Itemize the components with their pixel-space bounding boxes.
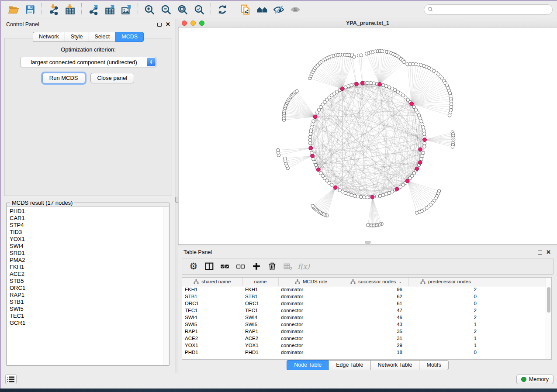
toolbar-separator [234, 3, 234, 16]
table-row[interactable]: SWI4SWI4dominator462 [182, 314, 546, 321]
mcds-result-item[interactable]: YOX1 [10, 236, 163, 243]
mcds-result-item[interactable]: RAP1 [10, 292, 163, 299]
toolbar-separator [42, 3, 42, 16]
open-file-icon[interactable] [6, 3, 21, 17]
table-row[interactable]: SWI5SWI5connector431 [182, 321, 546, 328]
tab-node-table[interactable]: Node Table [287, 360, 329, 370]
toolbar-separator [138, 3, 138, 16]
table-row[interactable]: RAP1RAP1dominator352 [182, 328, 546, 335]
mcds-result-item[interactable]: SWI5 [10, 306, 163, 313]
tab-style[interactable]: Style [65, 32, 89, 42]
import-table-icon[interactable] [62, 3, 77, 17]
mcds-result-item[interactable]: SRD1 [10, 250, 163, 257]
close-panel-button[interactable]: Close panel [90, 73, 135, 83]
table-toolbar: ⚙f(x) [182, 258, 554, 275]
canvas-splitter-handle[interactable] [365, 241, 371, 244]
export-table-icon[interactable] [102, 3, 117, 17]
close-panel-icon[interactable]: ✕ [166, 22, 170, 27]
mcds-tab-content: Optimization criterion: largest connecte… [4, 38, 172, 196]
network-window-titlebar[interactable]: YPA_prune.txt_1 [178, 19, 557, 28]
tab-select[interactable]: Select [89, 32, 116, 42]
mcds-result-item[interactable]: FKH1 [10, 264, 163, 271]
zoom-selected-icon[interactable] [192, 3, 207, 17]
mcds-result-item[interactable]: TEC1 [10, 313, 163, 320]
function-builder-icon: f(x) [296, 260, 311, 273]
refresh-layout-icon[interactable] [215, 3, 230, 17]
mcds-result-item[interactable]: TID3 [10, 229, 163, 236]
mcds-result-scrollbar[interactable] [163, 207, 169, 365]
float-panel-icon[interactable] [157, 23, 162, 27]
search-input[interactable] [436, 7, 549, 13]
column-header-filler [483, 278, 546, 286]
mcds-result-list[interactable]: PHD1CAR1STP4TID3YOX1SWI4SRD1PMA2FKH1ACE2… [7, 207, 163, 365]
export-image-icon[interactable] [119, 3, 134, 17]
mcds-result-item[interactable]: GCR1 [10, 320, 163, 327]
memory-button[interactable]: Memory [516, 375, 554, 384]
settings-gear-icon[interactable]: ⚙ [186, 260, 201, 273]
table-row[interactable]: YOX1YOX1connector291 [182, 342, 546, 349]
add-column-icon[interactable] [249, 260, 264, 273]
mcds-result-group: MCDS result (17 nodes) PHD1CAR1STP4TID3Y… [6, 203, 170, 366]
column-header-name[interactable]: name [242, 278, 278, 286]
table-row[interactable]: TEC1TEC1connector472 [182, 307, 546, 314]
float-table-panel-icon[interactable] [538, 251, 542, 254]
mcds-result-item[interactable]: CAR1 [10, 215, 163, 222]
toolbar-separator [211, 3, 211, 16]
search-box[interactable] [424, 4, 553, 15]
delete-column-icon[interactable] [264, 260, 280, 273]
select-all-checkboxes-icon[interactable] [217, 260, 233, 273]
run-mcds-button[interactable]: Run MCDS [42, 73, 85, 83]
show-all-icon [288, 3, 303, 17]
network-graph [179, 28, 557, 244]
mcds-result-item[interactable]: SWI4 [10, 243, 163, 250]
control-panel-title: Control Panel [6, 21, 39, 28]
zoom-fit-icon[interactable] [175, 3, 190, 17]
import-network-icon[interactable] [46, 3, 61, 17]
column-header-successor-nodes[interactable]: successor nodes⌄ [344, 278, 408, 286]
first-neighbors-icon[interactable] [255, 3, 270, 17]
table-scrollbar[interactable] [546, 278, 551, 359]
tab-network-table[interactable]: Network Table [370, 360, 419, 370]
column-header-MCDS-role[interactable]: MCDS role [278, 278, 344, 286]
hide-selected-icon[interactable] [271, 3, 286, 17]
criterion-dropdown[interactable]: largest connected component (undirected)… [20, 57, 156, 67]
control-panel: Control Panel ✕ NetworkStyleSelectMCDS O… [1, 19, 176, 373]
close-table-panel-icon[interactable]: ✕ [546, 250, 551, 254]
main-toolbar [1, 1, 557, 18]
table-row[interactable]: ACE2ACE2connector311 [182, 335, 546, 342]
unselect-all-checkboxes-icon[interactable] [233, 260, 249, 273]
column-header-predecessor-nodes[interactable]: predecessor nodes [408, 278, 483, 286]
criterion-dropdown-value: largest connected component (undirected) [21, 59, 156, 65]
tab-mcds[interactable]: MCDS [115, 32, 144, 42]
control-panel-tabs: NetworkStyleSelectMCDS [1, 32, 176, 42]
column-header-shared-name[interactable]: shared name [182, 278, 242, 286]
zoom-in-icon[interactable] [142, 3, 157, 17]
mcds-result-item[interactable]: PHD1 [10, 208, 163, 215]
save-session-icon[interactable] [23, 3, 38, 17]
table-panel: Table Panel ✕ ⚙f(x) shared namenameMCDS … [178, 247, 557, 373]
mcds-result-item[interactable]: STB5 [10, 278, 163, 285]
cytoscape-window: Control Panel ✕ NetworkStyleSelectMCDS O… [0, 0, 557, 389]
mcds-result-item[interactable]: PMA2 [10, 257, 163, 264]
network-title: YPA_prune.txt_1 [178, 20, 557, 26]
export-network-icon[interactable] [86, 3, 100, 17]
desktop-background [0, 389, 557, 392]
tab-motifs[interactable]: Motifs [419, 360, 448, 370]
tab-edge-table[interactable]: Edge Table [329, 360, 370, 370]
table-row[interactable]: STB1STB1dominator620 [182, 293, 546, 300]
mcds-result-item[interactable]: ACE2 [10, 271, 163, 278]
tab-network[interactable]: Network [33, 32, 65, 42]
mcds-result-item[interactable]: ORC1 [10, 285, 163, 292]
mcds-result-item[interactable]: STB1 [10, 299, 163, 306]
network-canvas[interactable] [178, 28, 557, 244]
mcds-result-title: MCDS result (17 nodes) [10, 199, 74, 206]
table-row[interactable]: ORC1ORC1dominator610 [182, 300, 546, 307]
table-scrollbar-thumb[interactable] [547, 287, 550, 313]
show-columns-icon[interactable] [201, 260, 217, 273]
table-row[interactable]: FKH1FKH1dominator962 [182, 286, 546, 293]
mcds-result-item[interactable]: STP4 [10, 222, 163, 229]
table-row[interactable]: PHD1PHD1dominator180 [182, 349, 546, 356]
zoom-out-icon[interactable] [159, 3, 173, 17]
new-network-from-selection-icon[interactable] [238, 3, 253, 17]
task-history-button[interactable] [5, 375, 17, 384]
